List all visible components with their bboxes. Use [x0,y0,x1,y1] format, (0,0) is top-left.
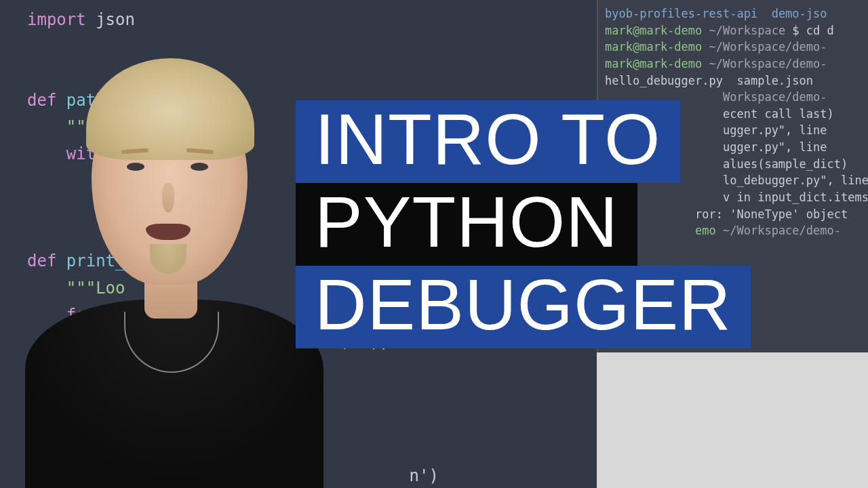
terminal-line: mark@mark-demo ~/Workspace $ cd d [605,22,861,39]
title-line-3: DEBUGGER [296,266,751,348]
terminal-line: mark@mark-demo ~/Workspace/demo- [605,56,861,73]
code-line: import json [27,7,570,34]
code-line: " [27,436,570,464]
bottom-right-panel [597,352,868,488]
code-line [27,60,570,87]
terminal-line: byob-profiles-rest-api demo-jso [605,5,861,22]
code-line: def main(): [27,409,570,436]
terminal-line: hello_debugger.py sample.json [605,73,861,89]
video-title-overlay: INTRO TO PYTHON DEBUGGER [296,100,751,348]
code-line [27,34,570,61]
code-line: n') [27,463,570,488]
title-line-2: PYTHON [296,183,637,266]
code-line [27,356,570,383]
code-line [27,382,570,409]
terminal-line: mark@mark-demo ~/Workspace/demo- [605,39,861,56]
title-line-1: INTRO TO [296,100,680,183]
